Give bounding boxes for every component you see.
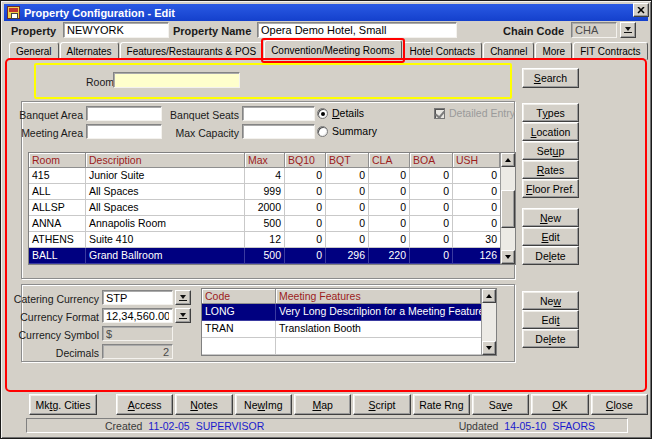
column-header-ush: USH bbox=[453, 153, 500, 168]
ok-button[interactable]: OK bbox=[531, 394, 588, 415]
chain-code-label: Chain Code bbox=[503, 25, 564, 37]
room-input[interactable] bbox=[113, 72, 240, 88]
script-button[interactable]: Script bbox=[353, 394, 410, 415]
meeting-area-input[interactable] bbox=[86, 124, 162, 139]
column-header-description: Description bbox=[86, 153, 245, 168]
scroll-track[interactable] bbox=[482, 303, 496, 341]
delete-room-button[interactable]: Delete bbox=[522, 246, 579, 265]
catering-currency-lov-button[interactable] bbox=[175, 290, 191, 305]
delete-feature-button[interactable]: Delete bbox=[522, 329, 579, 348]
property-name-input[interactable] bbox=[257, 22, 457, 38]
cell-ush: 0 bbox=[453, 216, 500, 232]
cell-boa: 0 bbox=[410, 232, 453, 248]
cell-bq10: 0 bbox=[285, 168, 326, 184]
rooms-table-row[interactable]: ATHENS Suite 410 12 0 0 0 0 30 bbox=[29, 232, 500, 248]
tab-channel[interactable]: Channel bbox=[483, 42, 534, 60]
currency-format-input[interactable] bbox=[102, 308, 173, 323]
currency-symbol-input bbox=[102, 326, 173, 341]
rates-button[interactable]: Rates bbox=[522, 160, 579, 179]
bottom-toolbar: Access Notes New Img Map Script Rate Rng… bbox=[116, 394, 648, 415]
currency-format-lov-button[interactable] bbox=[175, 308, 191, 323]
cell-bqt: 0 bbox=[326, 232, 369, 248]
scroll-up-button[interactable] bbox=[501, 153, 515, 167]
cell-feature-description bbox=[276, 338, 481, 355]
close-button[interactable]: Close bbox=[591, 394, 648, 415]
tab-more[interactable]: More bbox=[535, 42, 572, 60]
tab-alternates[interactable]: Alternates bbox=[60, 42, 119, 60]
rooms-table-row[interactable]: ALL All Spaces 999 0 0 0 0 0 bbox=[29, 184, 500, 200]
scroll-down-button[interactable] bbox=[501, 250, 515, 264]
access-button[interactable]: Access bbox=[116, 394, 173, 415]
details-radio-label: Details bbox=[332, 107, 364, 119]
save-button[interactable]: Save bbox=[472, 394, 529, 415]
new-feature-button[interactable]: New bbox=[522, 291, 579, 310]
new-img-button[interactable]: New Img bbox=[235, 394, 292, 415]
updated-label: Updated bbox=[459, 420, 499, 432]
features-table-scrollbar[interactable] bbox=[481, 289, 496, 355]
tab-hotel-contacts[interactable]: Hotel Contacts bbox=[403, 42, 483, 60]
title-bar[interactable]: Property Configuration - Edit bbox=[4, 4, 648, 21]
new-room-button[interactable]: New bbox=[522, 208, 579, 227]
types-button[interactable]: Types bbox=[522, 103, 579, 122]
cell-bqt: 0 bbox=[326, 200, 369, 216]
details-radio[interactable]: Details bbox=[317, 107, 364, 119]
tab-features-restaurants-pos[interactable]: Features/Restaurants & POS bbox=[120, 42, 264, 60]
setup-button[interactable]: Setup bbox=[522, 141, 579, 160]
cell-boa: 0 bbox=[410, 184, 453, 200]
cell-max: 500 bbox=[245, 216, 285, 232]
notes-button[interactable]: Notes bbox=[175, 394, 232, 415]
catering-currency-input[interactable] bbox=[102, 290, 173, 305]
titlebar-close-button[interactable] bbox=[633, 3, 649, 17]
floor-pref-button[interactable]: Floor Pref. bbox=[522, 179, 579, 198]
rooms-table-scrollbar[interactable] bbox=[500, 153, 515, 264]
cell-max: 2000 bbox=[245, 200, 285, 216]
scroll-thumb[interactable] bbox=[501, 190, 515, 227]
cell-bqt: 296 bbox=[326, 248, 369, 264]
rooms-table-row-selected[interactable]: BALL Grand Ballroom 500 0 296 220 0 126 bbox=[29, 248, 500, 264]
banquet-area-label: Banquet Area bbox=[13, 109, 83, 121]
cell-description: Suite 410 bbox=[86, 232, 245, 248]
cell-room: ALL bbox=[29, 184, 86, 200]
cell-ush: 126 bbox=[453, 248, 500, 264]
room-label: Room bbox=[86, 76, 114, 88]
summary-radio[interactable]: Summary bbox=[317, 125, 377, 137]
max-capacity-input[interactable] bbox=[242, 124, 315, 139]
scroll-down-icon bbox=[505, 255, 511, 259]
rooms-table-row[interactable]: ANNA Annapolis Room 500 0 0 0 0 0 bbox=[29, 216, 500, 232]
banquet-seats-label: Banquet Seats bbox=[161, 109, 239, 121]
scroll-down-button[interactable] bbox=[482, 341, 496, 355]
features-table-row-selected[interactable]: LONG Very Long Descrilpion for a Meeting… bbox=[202, 304, 481, 321]
scroll-up-icon bbox=[505, 158, 511, 162]
tab-general[interactable]: General bbox=[9, 42, 59, 60]
cell-bq10: 0 bbox=[285, 184, 326, 200]
updated-info: Updated 14-05-10 SFAORS bbox=[459, 420, 595, 432]
column-header-code: Code bbox=[202, 289, 276, 304]
checkbox-checked-icon bbox=[434, 108, 445, 119]
rooms-table-row[interactable]: ALLSP All Spaces 2000 0 0 0 0 0 bbox=[29, 200, 500, 216]
location-button[interactable]: Location bbox=[522, 122, 579, 141]
banquet-seats-input[interactable] bbox=[242, 106, 315, 121]
radio-selected-icon bbox=[317, 108, 328, 119]
rooms-table-row[interactable]: 415 Junior Suite 4 0 0 0 0 0 bbox=[29, 168, 500, 184]
tab-strip: General Alternates Features/Restaurants … bbox=[9, 40, 649, 60]
scroll-track[interactable] bbox=[501, 167, 515, 250]
cell-description: Junior Suite bbox=[86, 168, 245, 184]
cell-code: TRAN bbox=[202, 321, 276, 338]
edit-room-button[interactable]: Edit bbox=[522, 227, 579, 246]
property-input[interactable] bbox=[63, 22, 169, 38]
edit-feature-button[interactable]: Edit bbox=[522, 310, 579, 329]
features-table-row[interactable]: TRAN Translation Booth bbox=[202, 321, 481, 338]
features-table-header: Code Meeting Features bbox=[202, 289, 481, 304]
rate-rng-button[interactable]: Rate Rng bbox=[413, 394, 470, 415]
scroll-up-button[interactable] bbox=[482, 289, 496, 303]
mktg-cities-button[interactable]: Mktg. Cities bbox=[29, 394, 97, 415]
map-button[interactable]: Map bbox=[294, 394, 351, 415]
cell-room: ALLSP bbox=[29, 200, 86, 216]
max-capacity-label: Max Capacity bbox=[161, 127, 239, 139]
tab-fit-contracts[interactable]: FIT Contracts bbox=[573, 42, 647, 60]
search-button[interactable]: Search bbox=[522, 68, 579, 88]
column-header-bqt: BQT bbox=[326, 153, 369, 168]
tab-convention-meeting-rooms[interactable]: Convention/Meeting Rooms bbox=[264, 40, 401, 60]
banquet-area-input[interactable] bbox=[86, 106, 162, 121]
features-table-row[interactable] bbox=[202, 338, 481, 355]
